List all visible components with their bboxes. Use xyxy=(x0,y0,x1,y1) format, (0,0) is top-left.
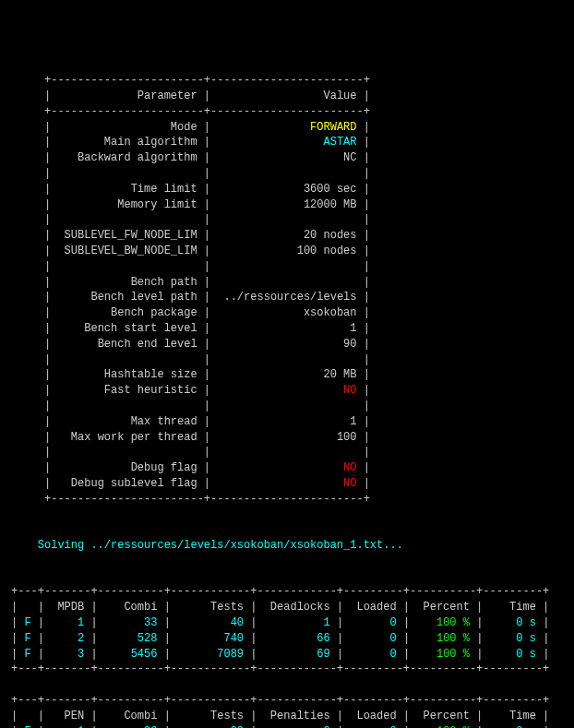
terminal-output: +-----------------------+---------------… xyxy=(11,73,563,728)
